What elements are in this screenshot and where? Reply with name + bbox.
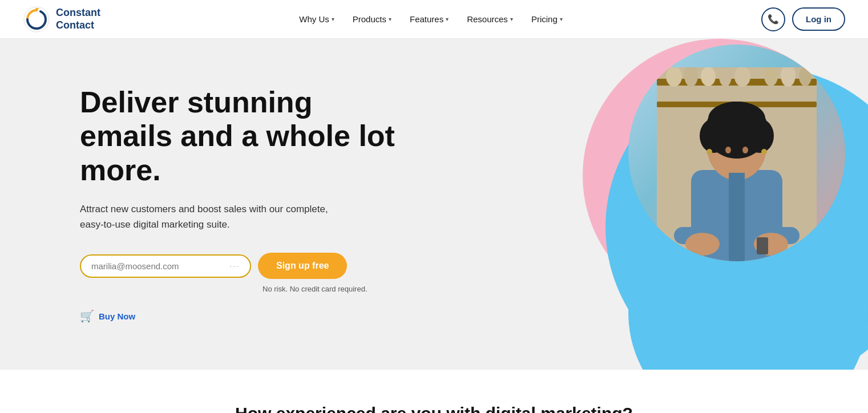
phone-button[interactable]: 📞 (761, 7, 785, 31)
chevron-down-icon: ▾ (332, 16, 334, 22)
bottom-title: How experienced are you with digital mar… (23, 404, 845, 413)
email-input[interactable] (91, 261, 225, 271)
hero-section: Deliver stunning emails and a whole lot … (0, 39, 868, 370)
bottom-section: How experienced are you with digital mar… (0, 370, 868, 413)
logo-text: Constant Contact (56, 7, 100, 31)
hero-title: Deliver stunning emails and a whole lot … (80, 86, 399, 188)
login-button[interactable]: Log in (792, 7, 845, 31)
chevron-down-icon: ▾ (389, 16, 391, 22)
chevron-down-icon: ▾ (446, 16, 449, 22)
svg-point-23 (761, 149, 767, 155)
buy-now-link[interactable]: 🛒 Buy Now (80, 309, 399, 323)
header-actions: 📞 Log in (761, 7, 845, 31)
svg-point-22 (706, 149, 712, 155)
hero-content: Deliver stunning emails and a whole lot … (0, 51, 399, 358)
header: Constant Contact Why Us ▾ Products ▾ Fea… (0, 0, 868, 39)
hero-subtitle: Attract new customers and boost sales wi… (80, 201, 354, 232)
nav-item-pricing[interactable]: Pricing ▾ (523, 10, 571, 29)
svg-point-21 (742, 147, 748, 153)
svg-rect-24 (729, 173, 745, 261)
phone-icon: 📞 (768, 14, 779, 25)
no-risk-text: No risk. No credit card required. (263, 285, 399, 293)
nav-item-features[interactable]: Features ▾ (402, 10, 457, 29)
main-nav: Why Us ▾ Products ▾ Features ▾ Resources… (291, 10, 570, 29)
svg-point-12 (799, 67, 812, 86)
cart-icon: 🛒 (80, 309, 94, 323)
svg-point-20 (725, 147, 731, 153)
logo-icon (23, 6, 50, 33)
logo[interactable]: Constant Contact (23, 6, 100, 33)
nav-item-why-us[interactable]: Why Us ▾ (291, 10, 342, 29)
chevron-down-icon: ▾ (510, 16, 513, 22)
chevron-down-icon: ▾ (560, 16, 563, 22)
signup-button[interactable]: Sign up free (258, 253, 347, 279)
buy-now-label: Buy Now (99, 311, 135, 321)
person-silhouette-svg (657, 67, 817, 261)
nav-item-resources[interactable]: Resources ▾ (459, 10, 521, 29)
nav-item-products[interactable]: Products ▾ (345, 10, 399, 29)
email-dots-icon: ··· (229, 261, 240, 270)
email-input-container[interactable]: ··· (80, 254, 251, 278)
person-photo (628, 44, 845, 261)
svg-point-7 (701, 67, 716, 86)
svg-point-19 (708, 102, 765, 136)
signup-row: ··· Sign up free (80, 253, 399, 279)
hero-illustration (491, 39, 868, 370)
svg-rect-29 (757, 237, 768, 254)
